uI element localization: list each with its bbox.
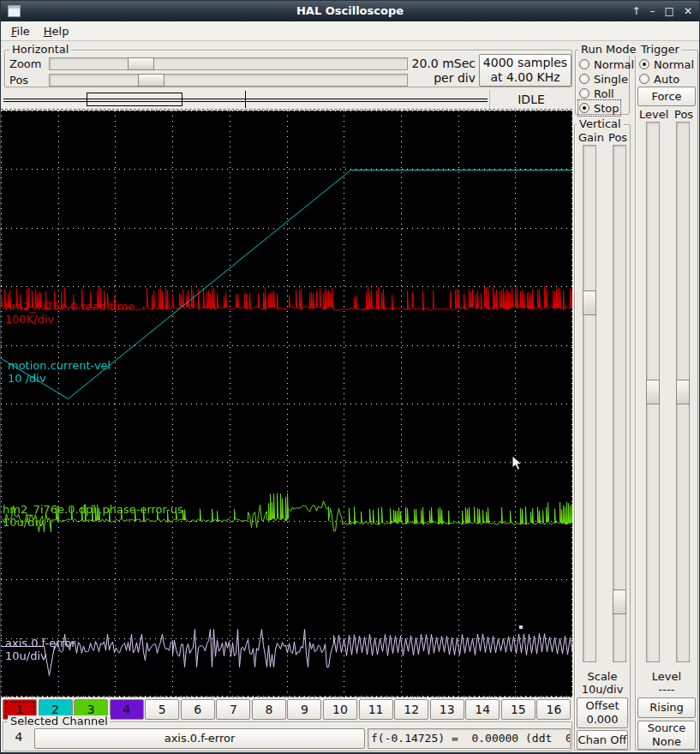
horizontal-zoom-slider[interactable] xyxy=(49,57,408,70)
trigger-level-label: Level xyxy=(639,108,668,121)
scope-display[interactable]: hm2_7i76e.0.read.time100K/divmotion.curr… xyxy=(1,111,572,697)
menu-file[interactable]: File xyxy=(4,22,37,40)
record-trigger-cursor xyxy=(245,91,246,108)
vertical-pos-slider[interactable] xyxy=(613,145,626,662)
trigger-pos-slider[interactable] xyxy=(676,122,690,662)
channel-value-readout: f(-0.14725) = 0.00000 (ddt 0 xyxy=(368,728,571,749)
channel-button-16[interactable]: 16 xyxy=(536,699,571,720)
samples-button[interactable]: 4000 samples at 4.00 KHz xyxy=(479,54,571,87)
selected-channel-name-button[interactable]: axis.0.f-error xyxy=(34,728,365,749)
selected-channel-frame-label: Selected Channel xyxy=(8,715,111,727)
time-per-div: 20.0 mSec per div xyxy=(397,57,476,86)
horizontal-pos-slider[interactable] xyxy=(49,74,408,87)
trigger-level-slider[interactable] xyxy=(646,122,660,662)
scope-canvas[interactable] xyxy=(1,111,572,697)
level-readout-value: ---- xyxy=(635,683,698,696)
radio-icon xyxy=(639,59,649,69)
shade-icon[interactable]: ↑ xyxy=(632,5,641,17)
channel-button-8[interactable]: 8 xyxy=(252,699,286,720)
horizontal-frame-label: Horizontal xyxy=(9,44,71,56)
record-window-box[interactable] xyxy=(87,93,182,106)
scale-value: 10u/div xyxy=(574,683,631,696)
vertical-pos-slider-handle[interactable] xyxy=(613,589,626,614)
trace-label-channel-4: axis.0.f-error10u/div xyxy=(5,637,76,662)
menu-bar: File Help xyxy=(1,21,699,41)
zoom-label: Zoom xyxy=(9,57,41,70)
mouse-cursor xyxy=(512,455,525,472)
channel-button-6[interactable]: 6 xyxy=(181,699,215,720)
trigger-source-button[interactable]: Source None xyxy=(637,721,696,750)
horizontal-pos-slider-handle[interactable] xyxy=(138,74,165,87)
radio-icon xyxy=(639,74,649,84)
radio-icon xyxy=(579,59,589,69)
level-readout-label: Level xyxy=(635,670,698,683)
trace-label-channel-2: motion.current-vel10 /div xyxy=(8,359,111,385)
vertical-pos-label: Pos xyxy=(608,131,627,144)
window-title: HAL Oscilloscope xyxy=(1,4,699,17)
channel-button-4[interactable]: 4 xyxy=(110,699,144,720)
channel-button-9[interactable]: 9 xyxy=(287,699,321,720)
gain-label: Gain xyxy=(578,131,604,144)
vertical-gain-slider[interactable] xyxy=(583,145,596,662)
trigger-level-slider-handle[interactable] xyxy=(646,380,660,404)
vertical-gain-slider-handle[interactable] xyxy=(583,290,596,315)
channel-button-11[interactable]: 11 xyxy=(359,699,393,720)
pos-label: Pos xyxy=(9,74,28,87)
channel-button-7[interactable]: 7 xyxy=(216,699,250,720)
halscope-window: HAL Oscilloscope ↑ – □ ✕ File Help Horiz… xyxy=(0,0,700,754)
run-mode-single-radio[interactable]: Single xyxy=(579,72,628,86)
radio-icon xyxy=(579,88,589,99)
trace-label-channel-1: hm2_7i76e.0.read.time100K/div xyxy=(5,300,135,326)
maximize-icon[interactable]: □ xyxy=(665,5,674,17)
trigger-pos-label: Pos xyxy=(674,108,693,121)
minimize-icon[interactable]: – xyxy=(650,5,655,17)
channel-button-12[interactable]: 12 xyxy=(394,699,428,720)
trigger-frame-label: Trigger xyxy=(638,44,682,56)
close-icon[interactable]: ✕ xyxy=(684,5,692,17)
trigger-auto-radio[interactable]: Auto xyxy=(639,72,679,86)
scale-label: Scale xyxy=(574,670,631,683)
run-mode-normal-radio[interactable]: Normal xyxy=(579,57,634,71)
run-mode-roll-radio[interactable]: Roll xyxy=(579,87,614,100)
menu-help[interactable]: Help xyxy=(37,22,76,40)
selected-channel-number: 4 xyxy=(9,731,28,744)
chan-off-button[interactable]: Chan Off xyxy=(577,730,628,750)
force-button[interactable]: Force xyxy=(637,87,696,106)
horizontal-zoom-slider-handle[interactable] xyxy=(128,57,154,70)
radio-icon xyxy=(579,74,589,84)
trigger-normal-radio[interactable]: Normal xyxy=(639,57,694,71)
trigger-edge-button[interactable]: Rising xyxy=(637,697,696,718)
channel-button-5[interactable]: 5 xyxy=(145,699,179,720)
channel-button-14[interactable]: 14 xyxy=(465,699,500,720)
run-mode-frame-label: Run Mode xyxy=(578,44,638,56)
channel-button-10[interactable]: 10 xyxy=(323,699,357,720)
radio-icon xyxy=(579,103,589,113)
scope-bottom-dashed-border xyxy=(1,697,572,697)
trace-label-channel-3: hm2_7i76e.0.dpll.phase-error-us10u/div xyxy=(3,503,183,529)
trigger-pos-slider-handle[interactable] xyxy=(676,380,690,404)
run-mode-stop-radio[interactable]: Stop xyxy=(579,101,619,115)
title-bar: HAL Oscilloscope ↑ – □ ✕ xyxy=(1,1,699,21)
capture-status: IDLE xyxy=(489,90,572,109)
channel-button-13[interactable]: 13 xyxy=(430,699,464,720)
channel-button-15[interactable]: 15 xyxy=(501,699,535,720)
offset-button[interactable]: Offset 0.000 xyxy=(577,697,628,728)
scope-top-dashed-border xyxy=(1,109,572,110)
vertical-frame-label: Vertical xyxy=(577,118,624,130)
